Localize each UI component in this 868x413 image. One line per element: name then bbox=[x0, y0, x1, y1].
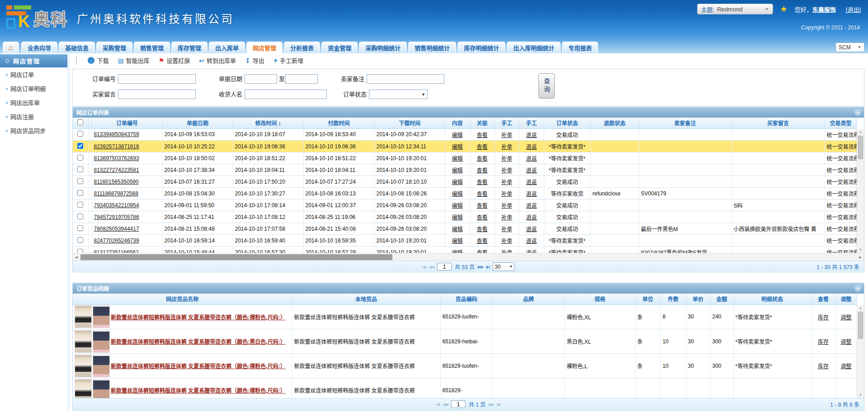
tab-12[interactable]: 库存明细统计 bbox=[458, 42, 505, 53]
column-header-12[interactable]: 卖家备注 bbox=[639, 118, 731, 128]
pager-last-icon[interactable]: ▶| bbox=[497, 402, 500, 407]
supplement-link[interactable]: 补单 bbox=[501, 191, 512, 197]
return-link[interactable]: 退返 bbox=[526, 238, 537, 244]
home-tab[interactable]: ⌂ bbox=[3, 42, 19, 53]
product-photo-thumbnail[interactable] bbox=[75, 330, 92, 353]
order-number-link[interactable]: 811601565350590 bbox=[94, 179, 139, 185]
return-link[interactable]: 退返 bbox=[526, 203, 537, 209]
row-select-cell[interactable] bbox=[73, 235, 88, 247]
return-link[interactable]: 退返 bbox=[526, 156, 537, 162]
column-header-4[interactable]: 付款时间 bbox=[303, 118, 374, 128]
product-item-thumbnail[interactable] bbox=[93, 379, 110, 398]
detail-column-header-9[interactable]: 金额 bbox=[710, 294, 733, 304]
column-header-13[interactable]: 买家留言 bbox=[731, 118, 825, 128]
supplement-link[interactable]: 补单 bbox=[501, 226, 512, 233]
product-name-link[interactable]: 新款蕾丝连体裤短裤韩版连体裤 女夏系腰带连衣裤（颜色:黑白色,尺码:） bbox=[111, 337, 286, 345]
row-select-cell[interactable] bbox=[73, 223, 88, 235]
edit-link[interactable]: 编辑 bbox=[452, 226, 462, 233]
logout-link[interactable]: [退出] bbox=[846, 5, 861, 14]
column-header-1[interactable]: 订单编号 bbox=[92, 118, 162, 128]
tab-5[interactable]: 库存管理 bbox=[171, 42, 208, 53]
column-header-11[interactable]: 退款状态 bbox=[590, 118, 639, 128]
scroll-down-icon[interactable]: ▼ bbox=[857, 247, 864, 253]
detail-column-header-10[interactable]: 明细状态 bbox=[733, 294, 811, 304]
scm-select[interactable]: SCM ▼ bbox=[835, 43, 864, 52]
edit-link[interactable]: 编辑 bbox=[452, 214, 462, 221]
sidebar-item-3[interactable]: ›网店出库单 bbox=[0, 95, 67, 109]
toolbar-flag-button[interactable]: ⚑设置红旗 bbox=[159, 56, 190, 65]
view-link[interactable]: 查看 bbox=[476, 226, 487, 233]
sidebar-item-1[interactable]: ›网店订单 bbox=[0, 67, 67, 81]
row-select-cell[interactable] bbox=[73, 141, 88, 152]
stock-link[interactable]: 库存 bbox=[818, 314, 829, 321]
supplement-link[interactable]: 补单 bbox=[501, 132, 512, 138]
page-size-select[interactable]: 30 ▼ bbox=[493, 262, 514, 271]
tab-8[interactable]: 分析报表 bbox=[284, 42, 320, 53]
column-header-7[interactable]: 关联 bbox=[470, 118, 495, 128]
sidebar-item-4[interactable]: ›网店注册 bbox=[0, 109, 67, 123]
scroll-left-icon[interactable]: ◀ bbox=[73, 253, 80, 261]
return-link[interactable]: 退返 bbox=[526, 179, 537, 185]
product-photo-thumbnail[interactable] bbox=[75, 305, 92, 328]
tab-4[interactable]: 销售管理 bbox=[134, 42, 170, 53]
order-number-link[interactable]: 823925713871616 bbox=[94, 143, 139, 150]
row-checkbox[interactable] bbox=[77, 190, 83, 196]
sidebar-item-5[interactable]: ›网店货品同步 bbox=[0, 123, 67, 138]
column-header-8[interactable]: 手工 bbox=[495, 118, 519, 128]
tab-10[interactable]: 采购明细统计 bbox=[359, 42, 407, 53]
scrollbar-thumb[interactable] bbox=[80, 254, 392, 260]
receiver-input[interactable] bbox=[245, 90, 327, 99]
tab-3[interactable]: 采购管理 bbox=[96, 42, 132, 53]
collapse-icon[interactable]: ▲ bbox=[854, 109, 861, 116]
detail-column-header-3[interactable]: 货品编码 bbox=[440, 294, 492, 304]
order-number-link[interactable]: 780825053944417 bbox=[94, 226, 139, 232]
row-checkbox[interactable] bbox=[77, 155, 83, 161]
row-select-cell[interactable] bbox=[73, 211, 88, 223]
row-checkbox[interactable] bbox=[77, 178, 83, 184]
return-link[interactable]: 退返 bbox=[526, 226, 537, 233]
row-checkbox[interactable] bbox=[77, 202, 83, 208]
order-number-link[interactable]: 824770265246739 bbox=[94, 237, 139, 244]
scrollbar-thumb[interactable] bbox=[858, 312, 863, 339]
view-link[interactable]: 查看 bbox=[476, 167, 487, 174]
row-select-cell[interactable] bbox=[73, 164, 88, 176]
stock-link[interactable]: 库存 bbox=[818, 363, 829, 370]
detail-column-header-8[interactable]: 单价 bbox=[686, 294, 710, 304]
view-link[interactable]: 查看 bbox=[476, 214, 487, 221]
supplement-link[interactable]: 补单 bbox=[501, 214, 512, 221]
row-checkbox[interactable] bbox=[77, 166, 83, 172]
view-link[interactable]: 查看 bbox=[476, 238, 487, 244]
column-header-2[interactable]: 单据日期 bbox=[162, 118, 233, 128]
pager-first-icon[interactable]: |◀ bbox=[436, 402, 439, 407]
product-name-link[interactable]: 新款蕾丝连体裤短裤韩版连体裤 女夏系腰带连衣裤（颜色:裸粉色,尺码:） bbox=[111, 362, 286, 370]
edit-link[interactable]: 编辑 bbox=[452, 179, 462, 185]
date-from-input[interactable] bbox=[245, 74, 277, 84]
view-link[interactable]: 查看 bbox=[476, 156, 487, 162]
product-item-thumbnail[interactable] bbox=[93, 305, 110, 328]
toolbar-download-button[interactable]: ↓下载 bbox=[88, 56, 108, 65]
scroll-up-icon[interactable]: ▲ bbox=[857, 129, 864, 135]
return-link[interactable]: 退返 bbox=[526, 214, 537, 221]
tab-14[interactable]: 专用报表 bbox=[562, 42, 598, 53]
detail-column-header-11[interactable]: 查看 bbox=[811, 294, 835, 304]
edit-link[interactable]: 编辑 bbox=[452, 132, 462, 138]
page-number-input[interactable] bbox=[437, 263, 452, 271]
order-number-link[interactable]: 813697503762693 bbox=[94, 155, 139, 161]
toolbar-export-button[interactable]: ↧导出 bbox=[245, 56, 264, 65]
column-header-9[interactable]: 手工 bbox=[519, 118, 544, 128]
order-number-link[interactable]: 813127351166562 bbox=[94, 249, 139, 253]
row-select-cell[interactable] bbox=[73, 129, 88, 141]
buyer-msg-input[interactable] bbox=[118, 90, 196, 99]
pager-last-icon[interactable]: ▶| bbox=[486, 265, 490, 269]
order-number-link[interactable]: 813394850843759 bbox=[94, 131, 139, 138]
product-item-thumbnail[interactable] bbox=[93, 330, 110, 353]
order-number-link[interactable]: 811186879872568 bbox=[94, 190, 138, 197]
row-checkbox[interactable] bbox=[77, 225, 83, 231]
toolbar-smart-outbound-button[interactable]: ▤智能出库 bbox=[118, 56, 149, 65]
product-name-link[interactable]: 新款蕾丝连体裤短裤韩版连体裤 女夏系腰带连衣裤（颜色:裸粉色,尺码:） bbox=[111, 386, 286, 394]
scroll-up-icon[interactable]: ▲ bbox=[857, 305, 864, 311]
select-all-checkbox[interactable] bbox=[77, 119, 83, 125]
page-number-input[interactable] bbox=[451, 400, 466, 408]
view-link[interactable]: 查看 bbox=[476, 132, 487, 138]
view-link[interactable]: 查看 bbox=[476, 144, 487, 150]
